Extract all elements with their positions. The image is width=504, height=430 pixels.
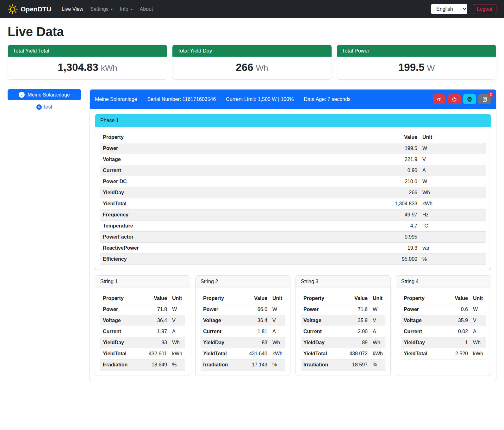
string-cards: String 1 Property Value Unit — [95, 275, 491, 376]
property-cell: YieldDay — [100, 337, 145, 348]
string-table-body: Power66.0WVoltage36.4VCurrent1.81AYieldD… — [201, 304, 285, 371]
property-cell: YieldTotal — [301, 348, 345, 359]
brand[interactable]: OpenDTU — [8, 4, 51, 14]
string-table: Property Value Unit Power71.6WVoltage35.… — [301, 293, 385, 371]
column-header-value: Value — [345, 293, 370, 304]
nav-item-label: About — [140, 6, 153, 12]
summary-card-body: 199.5W — [337, 57, 496, 79]
column-header-property: Property — [100, 293, 145, 304]
value-cell: 93 — [145, 337, 170, 348]
unit-cell: % — [370, 359, 385, 371]
unit-cell: A — [170, 326, 185, 337]
inverter-select-meine-solaranlage[interactable]: ✓ Meine Solaranlage — [8, 89, 81, 100]
property-cell: Current — [100, 165, 384, 176]
value-cell: 1.97 — [145, 326, 170, 337]
power-toggle-button[interactable] — [448, 94, 461, 104]
event-log-button[interactable]: 2 — [478, 94, 491, 104]
language-select[interactable]: English — [431, 4, 467, 14]
logout-button[interactable]: Logout — [473, 4, 496, 14]
table-row: Temperature4.7°C — [100, 221, 486, 232]
value-cell: 2.00 — [345, 326, 370, 337]
property-cell: Current — [301, 326, 345, 337]
string-table-head: Property Value Unit — [100, 293, 185, 304]
unit-cell: W — [370, 304, 385, 315]
summary-value: 1,304.83 — [58, 61, 98, 73]
string-card-1: String 1 Property Value Unit — [95, 275, 190, 376]
value-cell: 4.7 — [384, 221, 420, 232]
unit-cell: A — [370, 326, 385, 337]
table-row: Power71.8W — [100, 304, 185, 315]
phase-card-title: Phase 1 — [95, 114, 491, 127]
table-row: YieldTotal431.640kWh — [201, 348, 285, 359]
inverter-select-test[interactable]: ✕ test — [34, 104, 54, 110]
property-cell: Power DC — [100, 176, 384, 187]
unit-cell: Hz — [420, 209, 486, 221]
nav-item-about[interactable]: About — [136, 4, 157, 15]
device-info-button[interactable] — [463, 94, 476, 104]
property-cell: Voltage — [401, 315, 446, 326]
nav-item-label: Info — [120, 6, 128, 12]
string-card-body: Property Value Unit Power66.0WVoltage36.… — [196, 288, 290, 376]
column-header-value: Value — [245, 293, 270, 304]
column-header-unit: Unit — [370, 293, 385, 304]
table-row: YieldTotal1,304.833kWh — [100, 198, 486, 209]
property-cell: Irradiation — [301, 359, 345, 371]
column-header-unit: Unit — [170, 293, 185, 304]
table-row: YieldTotal2.520kWh — [401, 348, 486, 359]
column-header-property: Property — [401, 293, 446, 304]
summary-card-body: 266Wh — [172, 57, 332, 79]
table-header-row: Property Value Unit — [301, 293, 385, 304]
unit-cell: kWh — [370, 348, 385, 359]
property-cell: YieldTotal — [201, 348, 245, 359]
table-row: YieldDay83Wh — [201, 337, 285, 348]
cpu-icon — [467, 97, 472, 102]
column-header-value: Value — [446, 293, 470, 304]
inverter-panel-header: Meine Solaranlage Serial Number: 1161716… — [90, 90, 496, 109]
property-cell: YieldDay — [100, 187, 384, 198]
table-row: Power66.0W — [201, 304, 285, 315]
unit-cell: % — [170, 359, 185, 371]
speedometer-icon — [437, 97, 442, 102]
value-cell: 71.8 — [145, 304, 170, 315]
chevron-down-icon — [130, 9, 133, 10]
summary-card-title: Total Yield Total — [8, 45, 167, 57]
phase-table-head: Property Value Unit — [100, 132, 486, 143]
unit-cell: V — [170, 315, 185, 326]
table-row: Irradiation18.649% — [100, 359, 185, 371]
value-cell: 71.6 — [345, 304, 370, 315]
summary-card-title: Total Yield Day — [172, 45, 332, 57]
limit-settings-button[interactable] — [433, 94, 445, 104]
column-header-property: Property — [301, 293, 345, 304]
table-row: Current2.00A — [301, 326, 385, 337]
table-row: Voltage35.9V — [401, 315, 486, 326]
property-cell: YieldDay — [301, 337, 345, 348]
table-row: Irradiation18.597% — [301, 359, 385, 371]
property-cell: Power — [100, 143, 384, 154]
string-card-body: Property Value Unit Power71.6WVoltage35.… — [296, 288, 390, 376]
summary-card-total-yield-day: Total Yield Day 266Wh — [172, 45, 332, 80]
property-cell: YieldDay — [401, 337, 446, 348]
table-row: Power0.6W — [401, 304, 486, 315]
content-row: ✓ Meine Solaranlage ✕ test Meine Solaran… — [8, 89, 496, 381]
value-cell: 66.0 — [245, 304, 270, 315]
table-row: YieldTotal432.601kWh — [100, 348, 185, 359]
inverter-panel-body: Phase 1 Property Value Unit Power199.5WV… — [90, 109, 496, 381]
table-header-row: Property Value Unit — [100, 132, 486, 143]
string-table: Property Value Unit Power0.6WVoltage35.9… — [401, 293, 486, 359]
nav-item-settings[interactable]: Settings — [87, 4, 116, 15]
nav-item-info[interactable]: Info — [116, 4, 136, 15]
unit-cell: % — [420, 254, 486, 265]
nav-item-live-view[interactable]: Live View — [58, 4, 87, 15]
table-row: Current1.97A — [100, 326, 185, 337]
unit-cell: Wh — [470, 337, 486, 348]
table-row: Voltage35.9V — [301, 315, 385, 326]
unit-cell: var — [420, 243, 486, 254]
summary-card-body: 1,304.83kWh — [8, 57, 167, 79]
table-header-row: Property Value Unit — [100, 293, 185, 304]
value-cell: 1,304.833 — [384, 198, 420, 209]
value-cell: 1 — [446, 337, 470, 348]
column-header-unit: Unit — [270, 293, 285, 304]
value-cell: 95.000 — [384, 254, 420, 265]
unit-cell: W — [420, 176, 486, 187]
unit-cell: A — [470, 326, 486, 337]
